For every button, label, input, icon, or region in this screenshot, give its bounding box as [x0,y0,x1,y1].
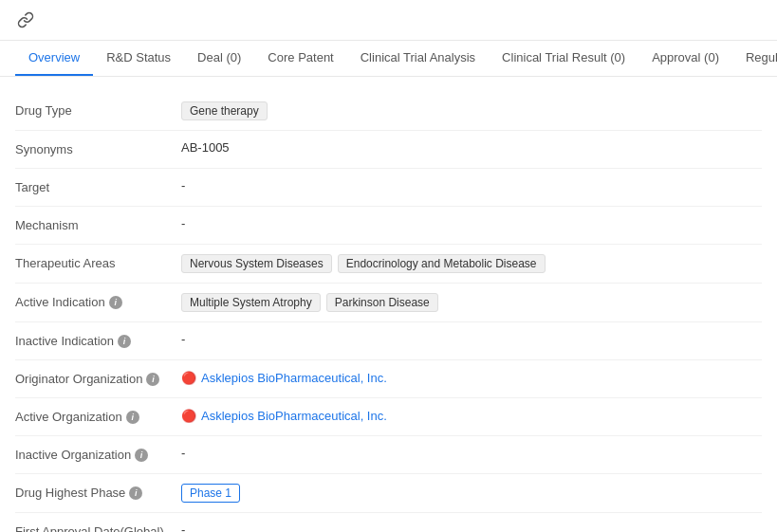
row-drug-highest-phase: Drug Highest PhaseiPhase 1 [15,474,762,513]
label-target: Target [15,178,181,194]
tab-clinical-trial-analysis[interactable]: Clinical Trial Analysis [347,41,489,76]
org-logo-originator-organization: 🔴 [181,370,196,385]
dash-mechanism: - [181,216,185,230]
value-therapeutic-areas: Nervous System DiseasesEndocrinology and… [181,254,762,273]
label-inactive-indication: Inactive Indicationi [15,332,181,348]
value-inactive-organization: - [181,446,762,460]
label-text-first-approval-date: First Approval Date(Global) [15,524,164,532]
label-text-target: Target [15,180,49,194]
info-icon-inactive-organization[interactable]: i [135,449,148,462]
label-first-approval-date: First Approval Date(Global) [15,523,181,532]
row-therapeutic-areas: Therapeutic AreasNervous System Diseases… [15,245,762,284]
tab-rd-status[interactable]: R&D Status [93,41,184,76]
label-text-active-organization: Active Organization [15,410,122,424]
label-text-synonyms: Synonyms [15,142,73,156]
tab-overview[interactable]: Overview [15,41,93,76]
tab-core-patent[interactable]: Core Patent [254,41,346,76]
label-text-therapeutic-areas: Therapeutic Areas [15,256,116,270]
label-active-indication: Active Indicationi [15,293,181,309]
section-header [0,77,777,92]
label-mechanism: Mechanism [15,216,181,232]
label-active-organization: Active Organizationi [15,408,181,424]
info-icon-active-organization[interactable]: i [126,411,139,424]
value-active-organization: 🔴Asklepios BioPharmaceutical, Inc. [181,408,762,423]
row-active-indication: Active IndicationiMultiple System Atroph… [15,284,762,322]
value-originator-organization: 🔴Asklepios BioPharmaceutical, Inc. [181,370,762,385]
label-therapeutic-areas: Therapeutic Areas [15,254,181,270]
tab-clinical-trial-result[interactable]: Clinical Trial Result (0) [489,41,638,76]
value-active-indication: Multiple System AtrophyParkinson Disease [181,293,762,312]
org-name-active-organization[interactable]: Asklepios BioPharmaceutical, Inc. [201,409,387,423]
row-target: Target- [15,169,762,207]
tab-approval[interactable]: Approval (0) [638,41,732,76]
info-icon-active-indication[interactable]: i [109,296,122,309]
row-first-approval-date: First Approval Date(Global)- [15,513,762,532]
info-icon-inactive-indication[interactable]: i [118,335,131,348]
link-icon [15,9,36,30]
phase-badge-drug-highest-phase[interactable]: Phase 1 [181,484,240,503]
label-drug-type: Drug Type [15,101,181,118]
label-text-inactive-indication: Inactive Indication [15,334,114,348]
label-text-inactive-organization: Inactive Organization [15,448,131,462]
info-icon-originator-organization[interactable]: i [146,373,159,386]
org-logo-active-organization: 🔴 [181,408,196,423]
label-inactive-organization: Inactive Organizationi [15,446,181,462]
label-text-active-indication: Active Indication [15,295,105,309]
tag-active-indication[interactable]: Parkinson Disease [326,293,438,312]
label-synonyms: Synonyms [15,140,181,156]
label-originator-organization: Originator Organizationi [15,370,181,386]
row-originator-organization: Originator Organizationi🔴Asklepios BioPh… [15,360,762,398]
row-active-organization: Active Organizationi🔴Asklepios BioPharma… [15,398,762,436]
value-inactive-indication: - [181,332,762,346]
tag-therapeutic-areas[interactable]: Nervous System Diseases [181,254,332,273]
label-text-mechanism: Mechanism [15,218,78,232]
tab-regulation[interactable]: Regulation (0) [732,41,777,76]
label-text-drug-type: Drug Type [15,103,72,118]
value-target: - [181,178,762,193]
dash-first-approval-date: - [181,523,185,532]
value-mechanism: - [181,216,762,230]
tab-bar: OverviewR&D StatusDeal (0)Core PatentCli… [0,41,777,77]
text-synonyms: AB-1005 [181,140,230,155]
tag-drug-type[interactable]: Gene therapy [181,101,268,120]
value-drug-highest-phase: Phase 1 [181,484,762,503]
row-synonyms: SynonymsAB-1005 [15,131,762,169]
dash-target: - [181,178,185,193]
page-header [0,0,777,41]
org-item-active-organization: 🔴Asklepios BioPharmaceutical, Inc. [181,408,387,423]
value-drug-type: Gene therapy [181,101,762,120]
row-drug-type: Drug TypeGene therapy [15,92,762,131]
row-inactive-organization: Inactive Organizationi- [15,436,762,474]
tag-active-indication[interactable]: Multiple System Atrophy [181,293,321,312]
org-item-originator-organization: 🔴Asklepios BioPharmaceutical, Inc. [181,370,387,385]
row-mechanism: Mechanism- [15,207,762,245]
tab-deal[interactable]: Deal (0) [184,41,254,76]
label-text-originator-organization: Originator Organization [15,372,142,386]
value-synonyms: AB-1005 [181,140,762,155]
label-drug-highest-phase: Drug Highest Phasei [15,484,181,500]
value-first-approval-date: - [181,523,762,532]
org-name-originator-organization[interactable]: Asklepios BioPharmaceutical, Inc. [201,371,387,385]
tag-therapeutic-areas[interactable]: Endocrinology and Metabolic Disease [338,254,546,273]
info-icon-drug-highest-phase[interactable]: i [129,486,142,500]
row-inactive-indication: Inactive Indicationi- [15,322,762,360]
dash-inactive-indication: - [181,332,185,346]
basic-info-content: Drug TypeGene therapySynonymsAB-1005Targ… [0,92,777,532]
dash-inactive-organization: - [181,446,185,460]
label-text-drug-highest-phase: Drug Highest Phase [15,486,125,500]
